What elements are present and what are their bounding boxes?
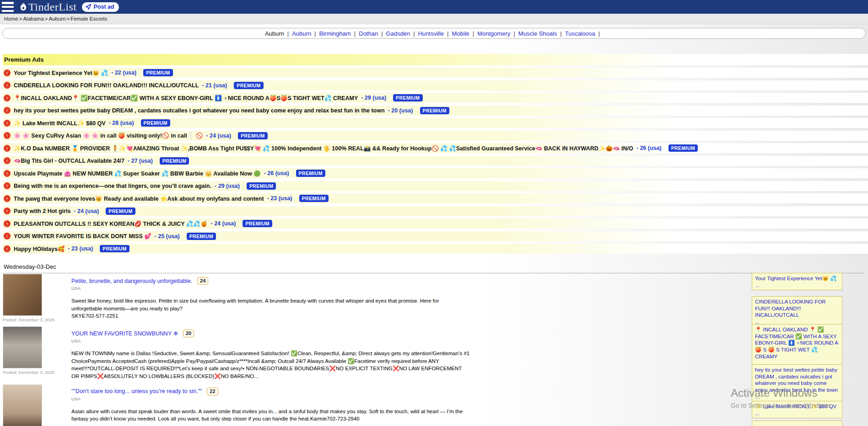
city-link[interactable]: Muscle Shoals bbox=[518, 30, 557, 37]
up-arrow-icon: ↑ bbox=[4, 195, 11, 202]
premium-ad-title[interactable]: YOUR WINTER FAVORITE IS BACK DONT MISS 💕 bbox=[14, 233, 151, 240]
premium-ad-title[interactable]: Party with 2 Hot girls bbox=[14, 208, 70, 214]
premium-ad-row[interactable]: ↑ The pawg that everyone loves😼 Ready an… bbox=[3, 193, 868, 203]
brand-logo[interactable]: TinderList bbox=[19, 1, 76, 13]
sidebar-ad-box[interactable]: CINDERELLA LOOKING FOR FUN!!! OAKLAND!!!… bbox=[752, 296, 842, 327]
premium-ad-row[interactable]: ↑ PLEASANTON OUTCALLS !! SEXY KOREAN💋 TH… bbox=[3, 218, 868, 229]
listing-photo[interactable] bbox=[3, 326, 42, 368]
breadcrumb-link[interactable]: Home bbox=[4, 16, 18, 21]
up-arrow-icon: ↑ bbox=[4, 107, 11, 114]
listing-description: Asian allure with curves that speak loud… bbox=[71, 408, 470, 423]
listing-item: Posted: December 3, 2025 Petite, brunett… bbox=[3, 274, 456, 322]
up-arrow-icon: ↑ bbox=[4, 208, 11, 214]
city-link[interactable]: Tuscaloosa bbox=[565, 30, 595, 37]
listing-body: Petite, brunette, and dangerously unforg… bbox=[71, 274, 470, 322]
sidebar-ad-box[interactable]: hey its your best wettes petite baby DRE… bbox=[752, 364, 842, 402]
premium-ad-meta: - 26 (usa) bbox=[264, 170, 289, 176]
city-link[interactable]: Mobile bbox=[452, 30, 469, 37]
premium-badge: PREMIUM bbox=[187, 233, 216, 240]
premium-ad-row[interactable]: ↑ Your Tightest Experience Yet😼 💦 - 22 (… bbox=[3, 68, 868, 78]
breadcrumb-link[interactable]: Alabama bbox=[23, 16, 43, 21]
sidebar-ad-box[interactable]: ✨ Lake Merritt INCALL✨ $80 QV ... bbox=[752, 401, 842, 418]
premium-ad-meta: - 21 (usa) bbox=[202, 82, 227, 89]
premium-badge: PREMIUM bbox=[234, 82, 263, 89]
premium-ad-row[interactable]: ↑ Upscale Playmate 🏩 NEW NUMBER 💦 Super … bbox=[3, 168, 868, 178]
premium-badge: PREMIUM bbox=[143, 69, 173, 76]
post-ad-button[interactable]: Post ad bbox=[82, 2, 119, 12]
premium-ad-title[interactable]: Your Tightest Experience Yet😼 💦 bbox=[14, 69, 108, 76]
premium-ad-row[interactable]: ↑ 🫦Big Tits Girl - OUTCALL Available 24/… bbox=[3, 156, 868, 166]
up-arrow-icon: ↑ bbox=[4, 82, 11, 89]
age-badge: 22 bbox=[207, 388, 218, 395]
city-link[interactable]: Huntsville bbox=[418, 30, 444, 37]
premium-ad-meta: - 29 (usa) bbox=[215, 183, 240, 189]
sidebar-ad-link[interactable]: 📍 INCALL OAKLAND 📍 ✅ FACETIME/CAR ✅ WITH… bbox=[755, 327, 838, 359]
sidebar-ad-link[interactable]: hey its your best wettes petite baby DRE… bbox=[755, 367, 838, 393]
premium-ad-title[interactable]: Being with me is an experience—one that … bbox=[14, 183, 211, 189]
premium-ad-row[interactable]: ↑ ✨ Lake Merritt INCALL✨ $80 QV - 28 (us… bbox=[3, 118, 868, 128]
up-arrow-icon: ↑ bbox=[4, 120, 11, 127]
listing-left-column: Posted: December 3, 2025 bbox=[3, 384, 71, 426]
breadcrumb-item: Auburn > bbox=[49, 16, 71, 21]
listing-photo[interactable] bbox=[3, 274, 42, 316]
premium-ad-row[interactable]: ↑ Being with me is an experience—one tha… bbox=[3, 181, 868, 191]
sidebar-ad-link[interactable]: Your Tightest Experience Yet😼 💦 bbox=[755, 276, 837, 281]
premium-ad-title[interactable]: ✨ Lake Merritt INCALL✨ $80 QV bbox=[14, 120, 106, 127]
breadcrumb-link[interactable]: Auburn bbox=[49, 16, 66, 21]
hamburger-menu-icon[interactable] bbox=[2, 2, 14, 12]
city-link[interactable]: Auburn bbox=[265, 30, 284, 37]
city-link[interactable]: Birmingham bbox=[319, 30, 351, 37]
sidebar-ad-box[interactable] bbox=[752, 421, 842, 426]
listing-photo[interactable] bbox=[3, 384, 42, 426]
premium-ad-meta: - 24 (usa) bbox=[74, 208, 99, 214]
premium-ad-row[interactable]: ↑ 🌸 🌸 Sexy CuRvy Asian 🌸 🌸 in call 🍑 vis… bbox=[3, 131, 868, 141]
premium-ad-row[interactable]: ↑ 📍INCALL OAKLAND📍 ✅FACETIME/CAR✅ WITH A… bbox=[3, 93, 868, 103]
premium-ad-meta: - 23 (usa) bbox=[68, 245, 93, 252]
sidebar-ad-link[interactable]: CINDERELLA LOOKING FOR FUN!!! OAKLAND!!!… bbox=[755, 299, 826, 318]
premium-ad-row[interactable]: ↑ CINDERELLA LOOKING FOR FUN!!! OAKLAND!… bbox=[3, 80, 868, 91]
sidebar-ad-link[interactable]: ✨ Lake Merritt INCALL✨ $80 QV bbox=[755, 404, 836, 409]
sidebar-ad-more: ... bbox=[755, 394, 839, 400]
listing-description: NEW IN TOWNMy name is Dallas !Seductive,… bbox=[71, 350, 470, 380]
premium-ad-row[interactable]: ↑ ✨K.O Daa NUMBER 🏅 PROVIDER 🧍✨💘AMAZING … bbox=[3, 143, 868, 153]
city-link[interactable]: Auburn bbox=[292, 30, 311, 37]
listing-item: Posted: December 3, 2025 YOUR NEW FAVORI… bbox=[3, 326, 456, 380]
up-arrow-icon: ↑ bbox=[4, 145, 11, 152]
premium-ad-meta: - 23 (usa) bbox=[267, 195, 292, 202]
city-item: Tuscaloosa | bbox=[565, 30, 603, 37]
premium-ad-meta: - 20 (usa) bbox=[388, 107, 413, 114]
up-arrow-icon: ↑ bbox=[4, 95, 11, 101]
premium-ad-title[interactable]: 📍INCALL OAKLAND📍 ✅FACETIME/CAR✅ WITH A S… bbox=[14, 95, 358, 101]
premium-ad-row[interactable]: ↑ Happy HOlidays🥰 - 23 (usa) PREMIUM bbox=[3, 244, 868, 254]
premium-ad-title[interactable]: 🌸 🌸 Sexy CuRvy Asian 🌸 🌸 in call 🍑 visit… bbox=[14, 132, 203, 139]
premium-ad-title[interactable]: 🫦Big Tits Girl - OUTCALL Available 24/7 bbox=[14, 157, 124, 164]
listing-description: Sweet like honey, bold like espresso. Pe… bbox=[71, 297, 470, 312]
breadcrumb-link[interactable]: Female Escorts bbox=[70, 16, 107, 21]
premium-badge: PREMIUM bbox=[100, 245, 129, 252]
premium-ad-title[interactable]: CINDERELLA LOOKING FOR FUN!!! OAKLAND!!!… bbox=[14, 82, 199, 89]
city-link[interactable]: Montgomery bbox=[477, 30, 510, 37]
premium-ad-row[interactable]: ↑ YOUR WINTER FAVORITE IS BACK DONT MISS… bbox=[3, 231, 868, 241]
premium-ad-title[interactable]: hey its your best wettes petite baby DRE… bbox=[14, 107, 385, 114]
city-item: Birmingham | bbox=[319, 30, 359, 37]
premium-ad-title[interactable]: The pawg that everyone loves😼 Ready and … bbox=[14, 195, 264, 202]
up-arrow-icon: ↑ bbox=[4, 233, 11, 240]
premium-ad-row[interactable]: ↑ hey its your best wettes petite baby D… bbox=[3, 106, 868, 116]
premium-ad-title[interactable]: PLEASANTON OUTCALLS !! SEXY KOREAN💋 THIC… bbox=[14, 220, 208, 227]
premium-ad-meta: - 28 (usa) bbox=[109, 120, 134, 126]
listing-title-link[interactable]: ""Don’t stare too long... unless you’re … bbox=[71, 388, 202, 394]
premium-ad-title[interactable]: Happy HOlidays🥰 bbox=[14, 245, 65, 252]
premium-ad-row[interactable]: ↑ Party with 2 Hot girls - 24 (usa) PREM… bbox=[3, 206, 868, 216]
premium-ad-title[interactable]: ✨K.O Daa NUMBER 🏅 PROVIDER 🧍✨💘AMAZING Th… bbox=[14, 145, 633, 152]
city-link[interactable]: Dothan bbox=[359, 30, 378, 37]
city-link[interactable]: Gadsden bbox=[386, 30, 410, 37]
listing-left-column: Posted: December 3, 2025 bbox=[3, 326, 71, 380]
premium-badge: PREMIUM bbox=[243, 220, 272, 227]
sidebar-ad-box[interactable]: 📍 INCALL OAKLAND 📍 ✅ FACETIME/CAR ✅ WITH… bbox=[752, 324, 842, 368]
premium-ad-list: ↑ Your Tightest Experience Yet😼 💦 - 22 (… bbox=[3, 68, 868, 254]
city-item: Auburn | bbox=[265, 30, 292, 37]
premium-ad-title[interactable]: Upscale Playmate 🏩 NEW NUMBER 💦 Super So… bbox=[14, 170, 261, 177]
sidebar-ad-box[interactable]: Your Tightest Experience Yet😼 💦 ... bbox=[752, 273, 842, 290]
listing-title-link[interactable]: Petite, brunette, and dangerously unforg… bbox=[71, 278, 192, 284]
listing-title-link[interactable]: YOUR NEW FAVORITE SNOWBUNNY ❄ bbox=[71, 330, 178, 337]
